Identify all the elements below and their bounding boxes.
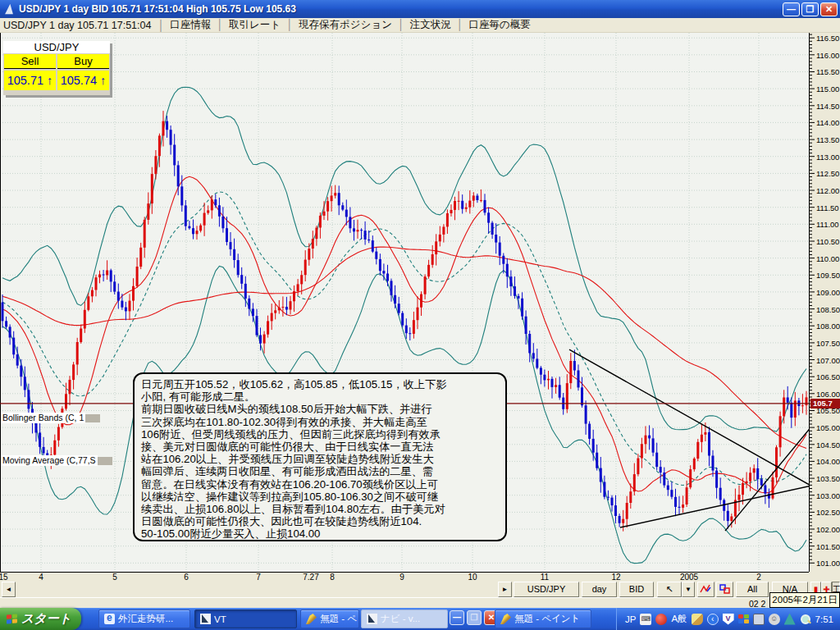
box-tool-button[interactable] (716, 582, 733, 597)
buy-up-arrow-icon: ↑ (100, 74, 106, 87)
taskbar-task[interactable]: 無題 - ペイント (495, 609, 591, 628)
price-axis-label: 108.50 (816, 305, 840, 314)
ime-lang-label[interactable]: JP (625, 614, 636, 624)
minimize-button[interactable]: — (783, 2, 800, 16)
all-button[interactable]: All (736, 582, 769, 597)
pointer-tool-button[interactable]: ↖ (657, 582, 682, 597)
analysis-note-line: 站在106.20以上、并受颈线压力回调至较陡趋势线附近发生大 (141, 453, 500, 465)
mini-minimize-button[interactable]: — (450, 610, 464, 625)
taskbar-task[interactable]: ナビ - v... (361, 609, 448, 628)
price-axis-label: 104.50 (816, 441, 840, 450)
user-agent-icon[interactable] (784, 614, 796, 625)
moving-average-label[interactable]: Moving Average (C,77,S (1, 455, 98, 466)
trendline-2[interactable] (620, 483, 809, 527)
price-axis-label: 104.00 (816, 457, 840, 466)
analysis-note-line: 日元周五开105.52，收105.62，高105.85，低105.15，收上下影 (141, 378, 500, 390)
menu-item-5[interactable]: 口座毎の概要 (463, 19, 536, 30)
messenger-icon[interactable]: ☺ (769, 614, 780, 625)
analysis-note-line: 50-105.00附近少量买入、止损104.00 (141, 527, 500, 540)
price-axis-label: 101.50 (816, 542, 840, 551)
keyboard-icon[interactable]: ⌨ (640, 614, 651, 625)
zigzag-icon (700, 584, 712, 594)
price-axis-label: 101.00 (816, 559, 840, 568)
start-button[interactable]: スタート (0, 608, 81, 630)
network-monitor-icon[interactable] (753, 614, 765, 625)
close-button[interactable]: ✕ (820, 2, 838, 16)
time-axis-label: 5 (112, 573, 117, 582)
price-axis[interactable]: 116.50116.00115.50115.00114.50114.00113.… (809, 33, 840, 572)
price-axis-label: 112.00 (816, 186, 839, 195)
time-axis-label: 15 (0, 573, 8, 582)
date-tooltip: 2005年2月21日 (769, 592, 840, 608)
analysis-note-line: 日圆做底的可能性仍很大、因此也可在较陡趋势线附近104. (141, 515, 500, 527)
time-axis-label: 10 (468, 573, 477, 582)
price-axis-label: 112.50 (816, 169, 839, 178)
time-axis-label: 7 (256, 573, 261, 582)
mini-maximize-button[interactable]: ❐ (467, 610, 482, 625)
zigzag-tool-button[interactable] (697, 582, 714, 597)
menu-item-1[interactable]: 口座情報 (164, 19, 217, 30)
window-title: USD/JPY 1 day BID 105.71 17:51:04 High 1… (19, 3, 296, 15)
price-axis-label: 107.00 (816, 356, 840, 365)
taskbar-task[interactable]: 外汇走势研... (98, 609, 190, 628)
price-axis-label: 105.00 (816, 423, 840, 432)
floating-window-controls: — ❐ ✕ (450, 610, 499, 625)
taskbar-task[interactable]: 無題 - ペ (300, 609, 359, 628)
time-axis-label: 8 (330, 573, 335, 582)
time-axis-label: 12 (611, 573, 620, 582)
analysis-note-line: 幅回弹后、连续两日收阳星、有可能形成酒田战法的二星、需 (141, 465, 500, 477)
maximize-button[interactable]: ❐ (801, 2, 819, 16)
time-axis-label: 2 (756, 573, 761, 582)
price-axis-label: 110.50 (816, 237, 839, 246)
sell-price-button[interactable]: 105.71 ↑ (4, 71, 56, 90)
nav-icon (367, 614, 377, 624)
price-axis-label: 113.00 (816, 153, 839, 162)
menu-item-4[interactable]: 注文状況 (404, 19, 457, 30)
chart-toolbar: ◄ ► USD/JPY day BID ↖ ▼ All N/A ▮ ✚ 工 (0, 582, 840, 597)
price-axis-label: 111.50 (816, 203, 839, 212)
price-axis-label: 110.00 (816, 254, 839, 263)
sell-up-arrow-icon: ↑ (47, 74, 52, 87)
pair-button[interactable]: USD/JPY (514, 582, 579, 597)
price-axis-label: 109.50 (816, 271, 840, 280)
current-price-tag: 105.7 (810, 399, 840, 409)
ie-icon (104, 614, 115, 624)
menu-item-3[interactable]: 現存保有ポジション (293, 19, 398, 30)
price-axis-label: 102.00 (816, 525, 840, 534)
analysis-note[interactable]: 日元周五开105.52，收105.62，高105.85，低105.15，收上下影… (133, 372, 507, 541)
pointer-dropdown[interactable]: ▼ (682, 582, 695, 597)
menu-item-2[interactable]: 取引レート (223, 19, 286, 30)
collapse-tray-icon[interactable]: ‹ (707, 614, 719, 625)
pen-device-icon[interactable] (655, 614, 667, 625)
trendline-3[interactable] (725, 414, 809, 531)
price-axis-label: 102.50 (816, 508, 840, 517)
time-axis-label: 9 (399, 573, 404, 582)
time-axis-label: 4 (39, 573, 43, 582)
app-icon (3, 3, 15, 15)
bollinger-label[interactable]: Bollinger Bands (C, 1 (1, 413, 85, 423)
moving-average-label-tail (98, 457, 112, 465)
title-bar[interactable]: USD/JPY 1 day BID 105.71 17:51:04 High 1… (0, 0, 840, 18)
trendline-1[interactable] (569, 349, 809, 491)
windows-logo-icon (7, 614, 17, 623)
taskbar-task[interactable]: VT (194, 609, 297, 628)
quote-pair-label: USD/JPY (3, 41, 110, 53)
time-axis-label: 2005 (680, 573, 698, 582)
buy-price-button[interactable]: 105.74 ↑ (57, 71, 109, 90)
scroll-right-button[interactable]: ► (498, 582, 512, 597)
price-axis-label: 106.00 (816, 390, 840, 399)
pen-icon (306, 614, 317, 624)
price-axis-label: 106.50 (816, 372, 840, 381)
scroll-left-button[interactable]: ◄ (2, 582, 16, 597)
clock: 7:51 (815, 614, 833, 624)
search-magnifier-icon[interactable] (800, 614, 811, 625)
price-axis-label: 108.00 (816, 322, 840, 331)
period-button[interactable]: day (582, 582, 617, 597)
shield-icon[interactable]: V (723, 614, 734, 625)
side-button[interactable]: BID (619, 582, 654, 597)
box-tool-icon (719, 584, 731, 594)
application-window: USD/JPY 1 day BID 105.71 17:51:04 High 1… (0, 0, 840, 630)
tool-palette-icon[interactable] (692, 614, 703, 625)
ime-mode-label[interactable]: A般 (671, 613, 687, 625)
windows-update-icon[interactable] (738, 614, 749, 623)
